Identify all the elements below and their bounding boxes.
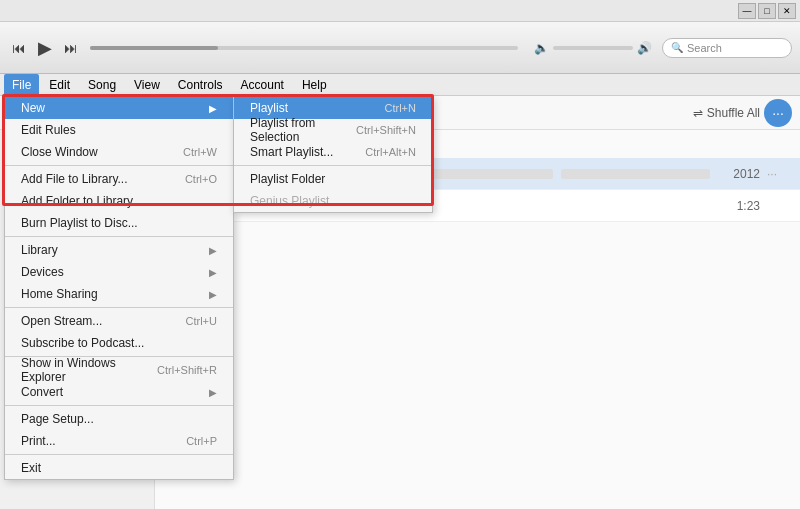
track-title	[171, 169, 395, 179]
sidebar-item-genius-playlist[interactable]: Genius Playlist	[4, 286, 150, 306]
menu-view[interactable]: View	[126, 74, 168, 96]
minimize-button[interactable]: —	[738, 3, 756, 19]
tab-radio[interactable]: Radio	[293, 102, 348, 124]
menu-account[interactable]: Account	[233, 74, 292, 96]
menu-file[interactable]: File	[4, 74, 39, 96]
volume-max-icon: 🔊	[637, 41, 652, 55]
tab-podcasts[interactable]: Podcasts	[216, 102, 289, 124]
sidebar-item-movies[interactable]: Movies	[4, 177, 150, 197]
sidebar-item-music[interactable]: Music	[4, 156, 150, 176]
close-button[interactable]: ✕	[778, 3, 796, 19]
volume-area: 🔈 🔊	[534, 41, 654, 55]
tab-tv-shows[interactable]: TV Shows	[133, 102, 212, 124]
content-info: 2 songs • 6 minutes	[155, 130, 800, 158]
menu-song[interactable]: Song	[80, 74, 124, 96]
play-button[interactable]: ▶	[34, 37, 56, 59]
player-bar: ⏮ ▶ ⏭ 🔈 🔊 🔍 Search	[0, 22, 800, 74]
table-row[interactable]: 1:23	[155, 190, 800, 222]
shuffle-icon: ⇌	[693, 106, 703, 120]
menu-controls[interactable]: Controls	[170, 74, 231, 96]
volume-icon: 🔈	[534, 41, 549, 55]
track-year: 2012	[710, 167, 760, 181]
track-title	[171, 201, 381, 211]
sidebar-item-playlist2[interactable]: Playlist 2	[4, 328, 150, 348]
main-layout: LIBRARY Music Movies TV Shows Podcasts A…	[0, 130, 800, 509]
back-button[interactable]: ⏮	[8, 37, 30, 59]
menu-help[interactable]: Help	[294, 74, 335, 96]
search-box[interactable]: 🔍 Search	[662, 38, 792, 58]
home-sharing-label: Home Sharing	[12, 402, 91, 413]
tab-music[interactable]: Music	[8, 102, 63, 124]
track-artist	[403, 169, 552, 179]
playlists-section-title: PLAYLISTS	[0, 268, 154, 285]
track-duration: 1:23	[710, 199, 760, 213]
more-options-button[interactable]: ···	[764, 99, 792, 127]
player-controls: ⏮ ▶ ⏭	[8, 37, 82, 59]
home-sharing-section-title: Home Sharing	[0, 398, 154, 415]
search-placeholder: Search	[687, 42, 722, 54]
sidebar-item-tv-shows[interactable]: TV Shows	[4, 198, 150, 218]
progress-fill	[90, 46, 218, 50]
progress-bar[interactable]	[90, 46, 518, 50]
volume-bar[interactable]	[553, 46, 633, 50]
nav-tabs: Music Movies TV Shows Podcasts Radio Sto…	[0, 96, 800, 130]
tab-store[interactable]: Store	[353, 102, 406, 124]
sidebar-item-playlist4[interactable]: Playlist 4	[4, 370, 150, 390]
sidebar: LIBRARY Music Movies TV Shows Podcasts A…	[0, 130, 155, 509]
shuffle-button[interactable]: ⇌ Shuffle All	[693, 106, 760, 120]
library-section-title: LIBRARY	[0, 138, 154, 155]
title-bar: — □ ✕	[0, 0, 800, 22]
sidebar-item-playlist1[interactable]: Playlist 1	[4, 307, 150, 327]
sidebar-item-playlist3[interactable]: Playlist 3	[4, 349, 150, 369]
content-area: 2 songs • 6 minutes 2012 ··· 1:23	[155, 130, 800, 509]
search-icon: 🔍	[671, 42, 683, 53]
menu-edit[interactable]: Edit	[41, 74, 78, 96]
tab-movies[interactable]: Movies	[67, 102, 129, 124]
maximize-button[interactable]: □	[758, 3, 776, 19]
sidebar-item-playlist5[interactable]: Playlist 5	[4, 416, 150, 436]
table-row[interactable]: 2012 ···	[155, 158, 800, 190]
track-more-button[interactable]: ···	[760, 167, 784, 181]
track-album	[561, 169, 710, 179]
title-bar-controls: — □ ✕	[738, 3, 796, 19]
shuffle-label: Shuffle All	[707, 106, 760, 120]
sidebar-item-audiobooks[interactable]: Audiobooks	[4, 240, 150, 260]
sidebar-item-podcasts[interactable]: Podcasts	[4, 219, 150, 239]
forward-button[interactable]: ⏭	[60, 37, 82, 59]
menu-bar: File Edit Song View Controls Account Hel…	[0, 74, 800, 96]
track-list: 2012 ··· 1:23	[155, 158, 800, 222]
